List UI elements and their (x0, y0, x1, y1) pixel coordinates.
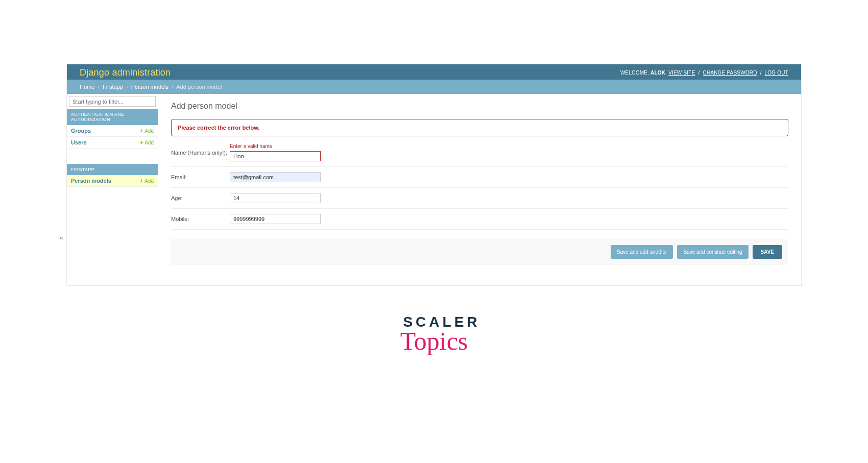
breadcrumb-sep-3: › (172, 84, 174, 90)
sidebar-list-firstapp: Person models Add (67, 175, 158, 187)
header-bar: Django administration WELCOME, ALOK. VIE… (67, 64, 801, 80)
breadcrumb-model[interactable]: Person models (131, 84, 168, 90)
page-title: Add person model (171, 102, 788, 111)
sidebar-link-person-models[interactable]: Person models (71, 178, 111, 184)
sidebar-link-groups[interactable]: Groups (71, 128, 91, 134)
welcome-text: WELCOME, (620, 70, 649, 76)
sidebar-item-person-models: Person models Add (67, 175, 158, 187)
sidebar: AUTHENTICATION AND AUTHORIZATION Groups … (67, 94, 158, 285)
breadcrumb-app[interactable]: Firstapp (103, 84, 123, 90)
view-site-link[interactable]: VIEW SITE (668, 70, 695, 76)
main-area: AUTHENTICATION AND AUTHORIZATION Groups … (67, 94, 801, 285)
input-age[interactable] (230, 193, 321, 203)
sidebar-item-groups: Groups Add (67, 125, 158, 137)
change-password-link[interactable]: CHANGE PASSWORD (703, 70, 757, 76)
form-row-age: Age: (171, 188, 788, 209)
sidebar-list-auth: Groups Add Users Add (67, 125, 158, 149)
sep-slash-1: / (698, 70, 700, 76)
content: Add person model Please correct the erro… (158, 94, 801, 285)
breadcrumb-home[interactable]: Home (80, 84, 94, 90)
form-row-email: Email: (171, 167, 788, 188)
current-user: ALOK (650, 70, 665, 76)
breadcrumb: Home › Firstapp › Person models › Add pe… (67, 80, 801, 94)
sidebar-filter-input[interactable] (69, 96, 156, 107)
label-email: Email: (171, 174, 230, 180)
admin-frame: Django administration WELCOME, ALOK. VIE… (66, 64, 802, 286)
input-name[interactable] (230, 151, 321, 161)
save-continue-button[interactable]: Save and continue editing (677, 245, 748, 259)
page-root: Django administration WELCOME, ALOK. VIE… (0, 64, 868, 286)
sidebar-add-users[interactable]: Add (140, 140, 154, 145)
form-row-name: Name (Humans only!): Enter a valid name (171, 142, 788, 167)
sidebar-collapse-toggle[interactable]: « (60, 234, 63, 241)
field-wrap-name: Enter a valid name (230, 143, 321, 161)
user-tools: WELCOME, ALOK. VIEW SITE / CHANGE PASSWO… (620, 70, 788, 76)
form-row-mobile: Mobile: (171, 209, 788, 230)
breadcrumb-current: Add person model (176, 84, 222, 90)
breadcrumb-sep-1: › (98, 84, 100, 90)
sidebar-link-users[interactable]: Users (71, 139, 87, 145)
sep-dot: . (665, 70, 667, 76)
error-name: Enter a valid name (230, 143, 321, 149)
save-add-another-button[interactable]: Save and add another (611, 245, 673, 259)
site-branding: Django administration (80, 67, 171, 78)
logout-link[interactable]: LOG OUT (765, 70, 788, 76)
sep-slash-2: / (760, 70, 762, 76)
sidebar-caption-auth: AUTHENTICATION AND AUTHORIZATION (67, 109, 158, 125)
save-button[interactable]: SAVE (753, 245, 783, 259)
submit-row: Save and add another Save and continue e… (171, 239, 788, 265)
sidebar-add-groups[interactable]: Add (140, 128, 154, 134)
breadcrumb-sep-2: › (126, 84, 128, 90)
input-mobile[interactable] (230, 214, 321, 224)
label-mobile: Mobile: (171, 216, 230, 222)
sidebar-add-person-models[interactable]: Add (140, 178, 154, 184)
sidebar-caption-firstapp: FIRSTAPP (67, 164, 158, 175)
input-email[interactable] (230, 172, 321, 182)
label-name: Name (Humans only!): (171, 150, 230, 156)
sidebar-gap (67, 149, 158, 164)
label-age: Age: (171, 195, 230, 201)
errornote: Please correct the error below. (171, 119, 788, 136)
sidebar-item-users: Users Add (67, 137, 158, 149)
